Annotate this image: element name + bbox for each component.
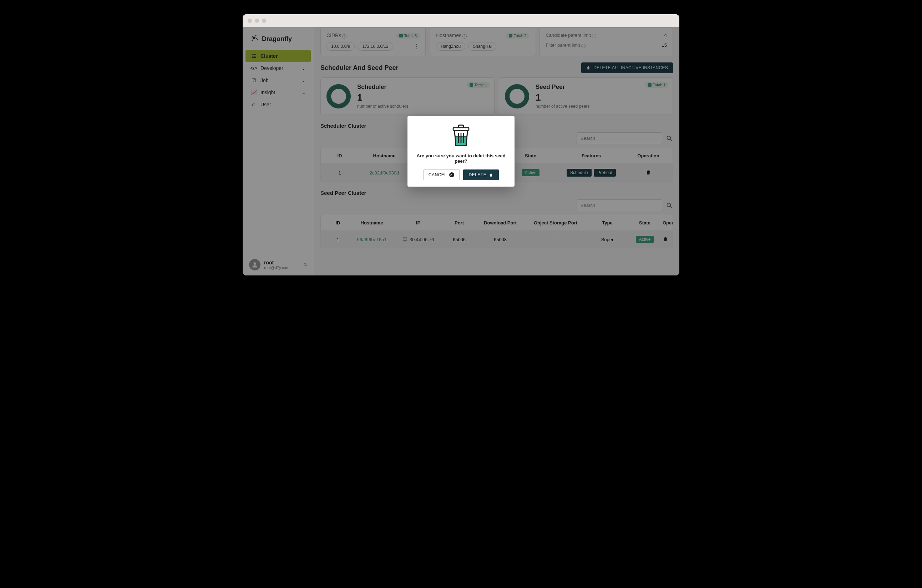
window-titlebar: [243, 14, 679, 27]
modal-overlay[interactable]: Are you sure you want to delet this seed…: [243, 27, 679, 276]
cancel-button[interactable]: CANCEL ✕: [423, 170, 459, 180]
app-body: Dragonfly ☷ Cluster </> Developer ⌄ ☑ Jo…: [243, 27, 679, 276]
traffic-light-close[interactable]: [248, 18, 252, 23]
svg-rect-6: [453, 128, 469, 130]
modal-buttons: CANCEL ✕ DELETE: [415, 170, 507, 180]
close-icon: ✕: [449, 172, 454, 177]
delete-button[interactable]: DELETE: [463, 170, 499, 180]
traffic-light-max[interactable]: [262, 18, 266, 23]
traffic-light-min[interactable]: [255, 18, 259, 23]
app-window: Dragonfly ☷ Cluster </> Developer ⌄ ☑ Jo…: [243, 14, 679, 276]
modal-message: Are you sure you want to delet this seed…: [415, 153, 507, 164]
trash-icon: [489, 173, 493, 177]
trash-illustration-icon: [451, 124, 471, 147]
confirm-delete-modal: Are you sure you want to delet this seed…: [407, 116, 515, 186]
